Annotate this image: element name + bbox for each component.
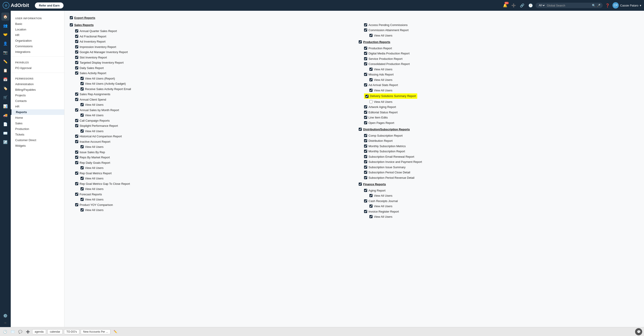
nav-media-icon[interactable]: 📷 <box>1 48 10 56</box>
google-ad-manager-checkbox[interactable] <box>75 50 78 54</box>
taskbar-chat-icon[interactable]: 💬 <box>17 328 23 335</box>
sales-reports-checkbox[interactable] <box>70 23 73 27</box>
reps-by-market-checkbox[interactable] <box>75 156 78 159</box>
sidebar-item-commissions[interactable]: Commissions <box>11 44 64 49</box>
sidebar-item-tickets[interactable]: Tickets <box>11 132 64 137</box>
global-search-input[interactable] <box>547 4 590 7</box>
artwork-aging-checkbox[interactable] <box>364 105 367 108</box>
subscription-issue-summary-checkbox[interactable] <box>364 165 367 169</box>
sidebar-item-projects[interactable]: Projects <box>11 92 64 98</box>
nav-tasks-icon[interactable]: 📋 <box>1 66 10 74</box>
monthly-subscription-metrics-checkbox[interactable] <box>364 144 367 148</box>
rep-goal-metrics-checkbox[interactable] <box>75 172 78 175</box>
view-all-users-2-checkbox[interactable] <box>80 114 84 117</box>
delivery-solutions-checkbox[interactable] <box>366 95 368 98</box>
production-reports-checkbox[interactable] <box>359 40 362 44</box>
daily-sales-checkbox[interactable] <box>75 66 78 69</box>
help-icon[interactable]: ❓ <box>604 2 611 9</box>
nav-users-icon[interactable]: 👥 <box>1 22 10 30</box>
sidebar-item-po-approval[interactable]: PO Approval <box>11 65 64 71</box>
sidebar-item-hr-perm[interactable]: HR <box>11 104 64 109</box>
view-all-users-comm-checkbox[interactable] <box>370 34 372 37</box>
sidebar-item-sales[interactable]: Sales <box>11 120 64 126</box>
editorial-status-checkbox[interactable] <box>364 111 367 114</box>
distribution-report-checkbox[interactable] <box>364 139 367 142</box>
search-icon[interactable]: 🔍 <box>592 4 596 7</box>
user-menu[interactable]: CP Cassie Pataro ▾ <box>612 2 641 9</box>
taskbar-tab-agenda[interactable]: agenda <box>32 329 46 334</box>
export-reports-checkbox[interactable] <box>70 16 73 19</box>
taskbar-clock-icon[interactable]: 🕐 <box>2 328 8 335</box>
product-yoy-checkbox[interactable] <box>75 203 78 206</box>
sidebar-item-widgets[interactable]: Widgets <box>11 143 64 148</box>
ad-fractional-checkbox[interactable] <box>75 35 78 38</box>
sidebar-item-contacts[interactable]: Contacts <box>11 98 64 104</box>
cash-receipts-checkbox[interactable] <box>364 199 367 203</box>
nav-collapse-icon[interactable]: ≫ <box>3 320 8 325</box>
view-all-users-prod2-checkbox[interactable] <box>370 78 372 81</box>
nav-truck-icon[interactable]: 🚚 <box>1 111 10 119</box>
sidebar-item-basic[interactable]: Basic <box>11 21 64 27</box>
view-all-users-9-checkbox[interactable] <box>80 208 84 212</box>
call-campaign-checkbox[interactable] <box>75 119 78 122</box>
view-all-users-3-checkbox[interactable] <box>80 129 84 133</box>
sidebar-item-customer-direct[interactable]: Customer Direct <box>11 137 64 143</box>
ad-arrival-stats-checkbox[interactable] <box>364 83 367 86</box>
rep-daily-goals-checkbox[interactable] <box>75 161 78 164</box>
subscription-invoice-payment-checkbox[interactable] <box>364 160 367 163</box>
nav-handshake-icon[interactable]: 🤝 <box>1 31 10 39</box>
finance-reports-checkbox[interactable] <box>359 183 362 186</box>
notifications-icon[interactable]: 🔔 99+ <box>502 2 509 9</box>
distribution-reports-checkbox[interactable] <box>359 128 362 131</box>
access-pending-commissions-checkbox[interactable] <box>364 23 367 27</box>
production-report-checkbox[interactable] <box>364 47 367 50</box>
view-all-users-prod1-checkbox[interactable] <box>370 68 372 71</box>
view-all-users-6-checkbox[interactable] <box>80 177 84 180</box>
view-all-users-5-checkbox[interactable] <box>80 166 84 169</box>
nav-doc-icon[interactable]: 📄 <box>1 120 10 128</box>
sidebar-item-reports[interactable]: Reports <box>11 109 64 115</box>
sidebar-item-integrations[interactable]: Integrations <box>11 49 64 55</box>
stoplight-performance-checkbox[interactable] <box>75 124 78 127</box>
missing-ads-checkbox[interactable] <box>364 73 367 76</box>
view-all-users-fin1-checkbox[interactable] <box>370 194 372 197</box>
comp-subscription-checkbox[interactable] <box>364 134 367 137</box>
targeted-display-checkbox[interactable] <box>75 61 78 64</box>
line-item-edits-checkbox[interactable] <box>364 116 367 119</box>
view-all-users-7-checkbox[interactable] <box>80 187 84 190</box>
view-all-users-activity-checkbox[interactable] <box>80 82 84 85</box>
open-pages-checkbox[interactable] <box>364 121 367 124</box>
sales-rep-assignments-checkbox[interactable] <box>75 92 78 96</box>
sidebar-item-home[interactable]: Home <box>11 115 64 120</box>
nav-edit-icon[interactable]: ✏️ <box>1 57 10 65</box>
nav-tag-icon[interactable]: 🏷️ <box>1 84 10 92</box>
forecast-reports-checkbox[interactable] <box>75 193 78 196</box>
sidebar-item-production[interactable]: Production <box>11 126 64 132</box>
commission-attainment-checkbox[interactable] <box>364 29 367 32</box>
annual-sales-month-checkbox[interactable] <box>75 108 78 112</box>
view-all-users-8-checkbox[interactable] <box>80 198 84 201</box>
taskbar-tab-calendar[interactable]: calendar <box>48 329 62 334</box>
add-icon[interactable]: ➕ <box>510 2 517 9</box>
link-icon[interactable]: 🔗 <box>518 2 526 9</box>
sidebar-item-organization[interactable]: Organization <box>11 38 64 44</box>
impression-inventory-checkbox[interactable] <box>75 45 78 48</box>
nav-cart-icon[interactable]: 🛒 <box>1 93 10 101</box>
nav-share-icon[interactable]: ↗️ <box>1 138 10 146</box>
annual-quarter-sales-checkbox[interactable] <box>75 29 78 33</box>
subscription-period-close-checkbox[interactable] <box>364 171 367 174</box>
nav-contacts-icon[interactable]: 👤 <box>1 39 10 48</box>
nav-home-icon[interactable]: 🏠 <box>1 13 10 21</box>
taskbar-edit-icon[interactable]: ✏️ <box>113 329 118 334</box>
subscription-period-revenue-checkbox[interactable] <box>364 176 367 179</box>
invoice-register-checkbox[interactable] <box>364 210 367 213</box>
sales-activity-checkbox[interactable] <box>75 71 78 75</box>
view-all-users-1-checkbox[interactable] <box>80 103 84 106</box>
service-production-checkbox[interactable] <box>364 57 367 60</box>
voice-search-icon[interactable]: 🎤 <box>597 4 600 7</box>
view-all-users-report-checkbox[interactable] <box>80 77 84 80</box>
view-all-users-prod4-checkbox[interactable] <box>370 100 372 103</box>
receive-sales-email-checkbox[interactable] <box>80 87 84 90</box>
refer-and-earn-button[interactable]: Refer and Earn <box>35 3 64 9</box>
nav-mail-icon[interactable]: ✉️ <box>1 129 10 137</box>
